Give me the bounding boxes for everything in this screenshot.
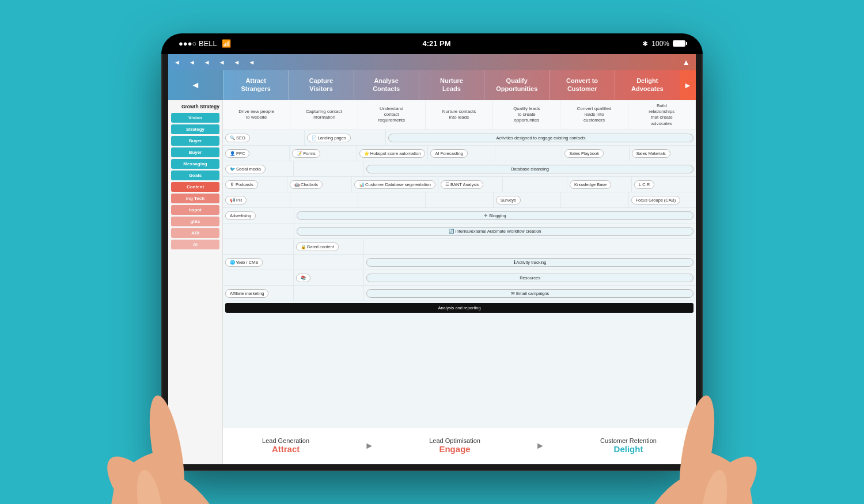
sidebar-btn-vision[interactable]: Vision [171,113,219,123]
pill-seo[interactable]: 🔍 SEO [225,134,250,142]
pill-focus-groups[interactable]: Focus Groups (CAB) [631,196,681,204]
pill-db-cleansing[interactable]: Database cleansing [366,165,694,173]
pill-sales-materials[interactable]: Sales Materials [632,149,670,158]
dc-nurture-2: AI Forecasting [428,146,495,161]
sub-nurture: Nurture contactsinto leads [426,100,493,130]
sidebar-btn-hspot[interactable]: hspot [171,205,219,215]
pill-resources[interactable]: Resources [366,274,694,282]
sidebar-btn-goals[interactable]: Goals [171,170,219,180]
scroll-arrow-1[interactable]: ◄ [174,59,180,66]
pill-landing[interactable]: 📄 Landing pages [307,134,351,142]
pill-surveys[interactable]: Surveys [496,196,521,204]
pill-affiliate[interactable]: Affiliate marketing [225,289,268,298]
sidebar-btn-abi[interactable]: ABI [171,228,219,238]
pill-ai-forecast[interactable]: AI Forecasting [430,149,467,158]
dc-span-9: ℹ Activity tracking [364,255,696,270]
data-row-3: 🐦 Social media Database cleansing [223,161,696,177]
battery-percent: 100% [651,40,669,48]
pill-resources-icon[interactable]: 📚 [296,274,310,282]
svg-point-9 [697,468,732,504]
pill-pr[interactable]: 📢 PR [225,196,247,204]
footer-cust-ret: Customer Retention Delight [600,437,657,454]
time-display: 4:21 PM [422,39,450,48]
pill-webcms[interactable]: 🌐 Web / CMS [225,258,263,267]
dc-attract-5: 📢 PR [223,192,290,207]
pill-workflow[interactable]: 🔄 Internal/external Automate Workflow cr… [297,227,694,236]
carrier-text: ●●●○ BELL [179,39,217,48]
scroll-arrow-4[interactable]: ◄ [219,59,225,66]
dc-attract-6: Advertising [223,208,294,223]
sidebar-btn-ai[interactable]: AI [171,240,219,249]
sub-capture: Capturing contactinformation [290,100,358,130]
data-rows: 🔍 SEO 📄 Landing pages Activities designe… [223,130,696,426]
col-header-nurture: NurtureLeads [419,70,484,100]
pill-ppc[interactable]: 👤 PPC [225,149,249,158]
pill-activity-tracking[interactable]: ℹ Activity tracking [366,258,694,267]
pill-bant[interactable]: ☰ BANT Analysis [441,180,483,189]
right-content: Drive new peopleto website Capturing con… [223,100,696,464]
col-header-analyse: AnalyseContacts [354,70,419,100]
col-header-convert: Convert toCustomer [549,70,614,100]
pill-social[interactable]: 🐦 Social media [225,165,266,173]
column-headers: ◄ AttractStrangers CaptureVisitors Analy… [168,70,696,100]
pill-activities[interactable]: Activities designed to engage existing c… [388,134,694,142]
sidebar-btn-strategy[interactable]: Strategy [171,124,219,134]
battery-fill [673,41,685,46]
sidebar-btn-ghts[interactable]: ghts [171,217,219,226]
header-left-arrow[interactable]: ◄ [191,80,200,90]
scroll-arrow-5[interactable]: ◄ [234,59,240,66]
pill-sales-playbook[interactable]: Sales Playbook [564,149,604,158]
data-row-2: 👤 PPC 📝 Forms ⭐ Hubspot score automation… [223,146,696,161]
pill-gated[interactable]: 🔒 Gated content [296,242,339,251]
dc-span-3: Database cleansing [364,161,696,176]
dc-span-7: 🔄 Internal/external Automate Workflow cr… [294,223,696,238]
header-right-arrow[interactable]: ► [680,70,696,100]
dc-delight-5: Focus Groups (CAB) [629,192,696,207]
dc-nurture-5 [426,192,493,207]
pill-blogging[interactable]: ✈ Blogging [297,211,694,220]
dc-attract-10 [223,270,294,285]
pill-email[interactable]: ✉ Email campaigns [366,289,694,298]
col-header-capture: CaptureVisitors [288,70,353,100]
screen-inner: ◄ ◄ ◄ ◄ ◄ ◄ ▲ ◄ AttractStrangers Capt [168,54,696,464]
dc-span-8 [364,239,696,254]
pill-kb[interactable]: Knowledge Base [570,180,611,189]
scroll-arrow-right[interactable]: ▲ [682,58,690,67]
status-right: ✱ 100% [642,40,685,48]
dc-attract-8 [223,239,294,254]
sidebar-btn-ingtech[interactable]: ing Tech [171,194,219,203]
sidebar-btn-messaging[interactable]: Messaging [171,159,219,169]
footer-bar: Lead Generation Attract ► Lead Optimisat… [223,427,696,464]
pill-chatbots[interactable]: 🤖 Chatbots [290,180,323,189]
header-spacer: ◄ [168,70,223,100]
dc-capture-5 [290,192,358,207]
pill-forms[interactable]: 📝 Forms [292,149,320,158]
dc-capture-1: 📄 Landing pages [305,130,386,145]
dc-attract-2: 👤 PPC [223,146,290,161]
scroll-arrow-3[interactable]: ◄ [204,59,210,66]
dc-span-11: ✉ Email campaigns [364,286,696,301]
scroll-arrow-6[interactable]: ◄ [248,59,255,66]
pill-lcr[interactable]: L.C.R [634,180,654,189]
pill-db-seg[interactable]: 📊 Customer Database segmentation [354,180,435,189]
pill-hubspot[interactable]: ⭐ Hubspot score automation [359,149,426,158]
pill-advertising[interactable]: Advertising [225,211,256,220]
sidebar-btn-buyer2[interactable]: Buyer [171,147,219,157]
sidebar-btn-buyer1[interactable]: Buyer [171,136,219,146]
scroll-arrow-2[interactable]: ◄ [189,59,195,66]
sub-convert: Convert qualifiedleads intocustomers [560,100,628,130]
data-row-7: 🔄 Internal/external Automate Workflow cr… [223,223,696,239]
pill-podcasts[interactable]: 🎙 Podcasts [225,180,258,189]
dc-analyse-4: 📊 Customer Database segmentation [352,177,438,192]
sidebar-btn-content[interactable]: Content [171,182,219,192]
dc-delight-4: L.C.R [632,177,696,192]
data-row-4: 🎙 Podcasts 🤖 Chatbots 📊 Customer Databas… [223,177,696,192]
left-sidebar: Growth Strategy Vision Strategy Buyer Bu… [168,100,223,464]
status-left: ●●●○ BELL 📶 [179,39,231,48]
dc-attract-4: 🎙 Podcasts [223,177,287,192]
bluetooth-icon: ✱ [642,40,648,48]
sidebar-title: Growth Strategy [171,104,219,109]
data-row-9: 🌐 Web / CMS ℹ Activity tracking [223,255,696,270]
screen: ◄ ◄ ◄ ◄ ◄ ◄ ▲ ◄ AttractStrangers Capt [168,54,696,464]
dc-nurture-4: ☰ BANT Analysis [438,177,503,192]
